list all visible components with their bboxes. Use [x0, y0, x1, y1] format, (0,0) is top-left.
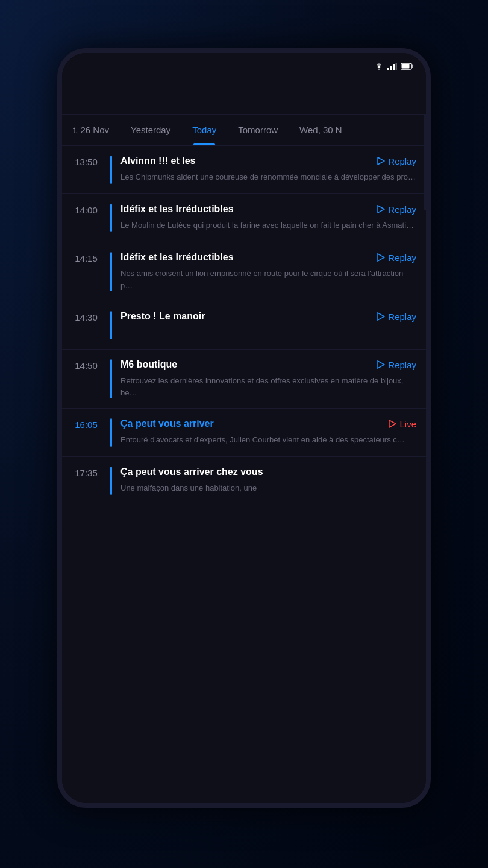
- program-content: Ça peut vous arriverLiveEntouré d'avocat…: [120, 418, 426, 447]
- program-description: Entouré d'avocats et d'experts, Julien C…: [120, 434, 416, 446]
- replay-button[interactable]: Replay: [377, 312, 416, 322]
- program-content: Presto ! Le manoirReplay: [120, 311, 426, 339]
- program-name: Alvinnn !!! et les: [120, 156, 371, 166]
- svg-marker-7: [378, 157, 384, 165]
- svg-rect-1: [390, 66, 392, 70]
- program-content: Idéfix et les IrréductiblesReplayNos ami…: [120, 252, 426, 291]
- program-divider: [110, 252, 112, 291]
- program-item: 13:50Alvinnn !!! et lesReplayLes Chipmun…: [62, 146, 426, 194]
- phone-frame: t, 26 NovYesterdayTodayTomorrowWed, 30 N…: [57, 48, 431, 808]
- replay-button[interactable]: Replay: [377, 253, 416, 263]
- svg-marker-10: [378, 313, 384, 320]
- program-item: 14:00Idéfix et les IrréductiblesReplayLe…: [62, 194, 426, 242]
- program-divider: [110, 467, 112, 495]
- play-icon: [377, 360, 385, 369]
- replay-label: Replay: [388, 312, 416, 322]
- program-description: Les Chipmunks aident une coureuse de ren…: [120, 171, 416, 183]
- program-divider: [110, 359, 112, 398]
- program-time: 14:00: [62, 204, 110, 232]
- program-item: 14:50M6 boutiqueReplayRetrouvez les dern…: [62, 350, 426, 409]
- program-header: Presto ! Le manoirReplay: [120, 311, 416, 322]
- program-divider: [110, 418, 112, 447]
- svg-rect-0: [387, 68, 389, 70]
- program-time: 14:15: [62, 252, 110, 291]
- top-bar: [62, 80, 426, 115]
- program-name: Ça peut vous arriver: [120, 418, 382, 429]
- date-tab-sat26[interactable]: t, 26 Nov: [62, 115, 120, 145]
- program-header: Idéfix et les IrréductiblesReplay: [120, 252, 416, 263]
- program-time: 14:50: [62, 359, 110, 398]
- play-icon: [377, 312, 385, 321]
- program-item: 14:15Idéfix et les IrréductiblesReplayNo…: [62, 242, 426, 301]
- play-icon: [388, 420, 396, 428]
- status-bar: [62, 53, 426, 80]
- program-name: Idéfix et les Irréductibles: [120, 204, 371, 215]
- replay-button[interactable]: Replay: [377, 156, 416, 166]
- program-divider: [110, 204, 112, 232]
- program-header: Ça peut vous arriver chez vous: [120, 467, 416, 477]
- program-time: 16:05: [62, 418, 110, 447]
- program-item: 16:05Ça peut vous arriverLiveEntouré d'a…: [62, 409, 426, 457]
- program-name: M6 boutique: [120, 359, 371, 370]
- status-icons: [374, 63, 414, 70]
- date-tab-tomorrow[interactable]: Tomorrow: [227, 115, 289, 145]
- program-description: Une malfaçon dans une habitation, une: [120, 482, 416, 494]
- program-header: Idéfix et les IrréductiblesReplay: [120, 204, 416, 215]
- wifi-icon: [374, 63, 384, 70]
- replay-label: Replay: [388, 156, 416, 166]
- svg-marker-11: [378, 361, 384, 368]
- svg-marker-8: [378, 206, 384, 213]
- replay-button[interactable]: Replay: [377, 204, 416, 215]
- program-list[interactable]: 13:50Alvinnn !!! et lesReplayLes Chipmun…: [62, 146, 426, 808]
- program-name: Ça peut vous arriver chez vous: [120, 467, 410, 477]
- replay-label: Replay: [388, 360, 416, 370]
- date-tab-yesterday[interactable]: Yesterday: [120, 115, 181, 145]
- program-description: Le Moulin de Lutèce qui produit la farin…: [120, 219, 416, 231]
- program-time: 13:50: [62, 156, 110, 184]
- svg-rect-6: [402, 64, 410, 69]
- svg-marker-9: [378, 254, 384, 261]
- program-content: Idéfix et les IrréductiblesReplayLe Moul…: [120, 204, 426, 232]
- live-label: Live: [399, 419, 416, 429]
- program-name: Presto ! Le manoir: [120, 311, 371, 322]
- svg-marker-12: [389, 420, 396, 427]
- program-content: M6 boutiqueReplayRetrouvez les dernières…: [120, 359, 426, 398]
- play-icon: [377, 157, 385, 165]
- program-description: Nos amis croisent un lion emprisonné en …: [120, 268, 416, 291]
- date-tab-wed30[interactable]: Wed, 30 N: [289, 115, 353, 145]
- program-divider: [110, 311, 112, 339]
- battery-icon: [401, 63, 414, 70]
- replay-label: Replay: [388, 253, 416, 263]
- program-content: Ça peut vous arriver chez vousUne malfaç…: [120, 467, 426, 495]
- program-header: M6 boutiqueReplay: [120, 359, 416, 370]
- play-icon: [377, 205, 385, 213]
- program-content: Alvinnn !!! et lesReplayLes Chipmunks ai…: [120, 156, 426, 184]
- program-header: Ça peut vous arriverLive: [120, 418, 416, 429]
- date-tabs: t, 26 NovYesterdayTodayTomorrowWed, 30 N: [62, 115, 426, 146]
- program-divider: [110, 156, 112, 184]
- program-time: 17:35: [62, 467, 110, 495]
- program-name: Idéfix et les Irréductibles: [120, 252, 371, 263]
- svg-rect-5: [412, 65, 414, 68]
- live-button[interactable]: Live: [388, 419, 416, 429]
- program-header: Alvinnn !!! et lesReplay: [120, 156, 416, 166]
- svg-rect-2: [393, 64, 395, 70]
- program-description: Retrouvez les dernières innovations et d…: [120, 375, 416, 398]
- play-icon: [377, 253, 385, 262]
- program-item: 14:30Presto ! Le manoirReplay: [62, 301, 426, 350]
- svg-rect-3: [396, 63, 398, 70]
- program-item: 17:35Ça peut vous arriver chez vousUne m…: [62, 457, 426, 505]
- replay-label: Replay: [388, 204, 416, 215]
- replay-button[interactable]: Replay: [377, 360, 416, 370]
- signal-icon: [387, 63, 397, 70]
- program-time: 14:30: [62, 311, 110, 339]
- date-tab-today[interactable]: Today: [181, 115, 227, 145]
